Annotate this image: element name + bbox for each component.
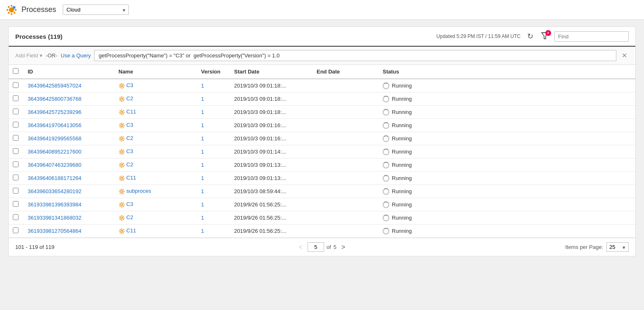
row-checkbox[interactable] <box>13 95 19 101</box>
svg-point-97 <box>123 204 124 205</box>
svg-point-105 <box>119 218 120 218</box>
svg-point-89 <box>120 189 121 190</box>
process-version-link[interactable]: 1 <box>201 96 204 102</box>
status-label: Running <box>392 149 412 155</box>
process-start-date: 2019/10/3 08:59:44:... <box>230 185 313 198</box>
use-query-button[interactable]: Use a Query <box>61 52 91 59</box>
svg-point-86 <box>121 193 122 194</box>
environment-selector[interactable]: Cloud Local Dev <box>63 5 129 15</box>
row-checkbox[interactable] <box>13 214 19 220</box>
process-name-link[interactable]: C3 <box>126 82 133 88</box>
add-field-button[interactable]: Add Field ▾ <box>15 52 43 59</box>
filter-button[interactable]: ✕ <box>540 31 550 42</box>
svg-point-21 <box>121 98 123 100</box>
process-id-link[interactable]: 364396406188171264 <box>28 175 81 181</box>
process-version-link[interactable]: 1 <box>201 188 204 194</box>
process-name-link[interactable]: C11 <box>126 175 136 181</box>
process-end-date <box>313 225 379 238</box>
table-row: 361933981270564864 C1112019/9/26 01:56:2… <box>9 225 635 238</box>
filter-clear-button[interactable]: ✕ <box>620 51 629 60</box>
row-checkbox[interactable] <box>13 175 19 180</box>
row-checkbox[interactable] <box>13 201 19 207</box>
svg-point-58 <box>121 149 122 150</box>
row-checkbox[interactable] <box>13 122 19 128</box>
process-id-link[interactable]: 364396407463239680 <box>28 162 81 168</box>
svg-point-47 <box>120 127 121 128</box>
svg-point-44 <box>120 123 121 124</box>
process-name-cell: C2 <box>114 159 197 172</box>
find-input[interactable] <box>554 31 629 42</box>
prev-page-button[interactable]: < <box>296 243 305 252</box>
row-checkbox[interactable] <box>13 161 19 167</box>
process-version-link[interactable]: 1 <box>201 109 204 115</box>
process-id-link[interactable]: 364396425800736768 <box>28 96 81 102</box>
items-per-page-select[interactable]: 10 25 50 100 <box>606 242 629 252</box>
process-version-link[interactable]: 1 <box>201 83 204 89</box>
svg-point-20 <box>120 87 121 88</box>
next-page-button[interactable]: > <box>339 243 348 252</box>
svg-point-83 <box>120 180 121 180</box>
svg-point-65 <box>120 153 121 154</box>
process-name-link[interactable]: C2 <box>126 135 133 141</box>
process-version-link[interactable]: 1 <box>201 149 204 155</box>
process-version-link[interactable]: 1 <box>201 228 204 234</box>
items-per-page-selector[interactable]: 10 25 50 100 <box>606 242 629 252</box>
svg-point-10 <box>13 6 16 9</box>
add-field-label: Add Field <box>15 52 38 59</box>
process-id-link[interactable]: 364396425725239296 <box>28 109 81 115</box>
svg-point-107 <box>120 216 121 217</box>
process-id-link[interactable]: 361933981396393984 <box>28 201 81 208</box>
process-status-cell: Running <box>379 119 635 132</box>
row-checkbox[interactable] <box>13 227 19 233</box>
row-checkbox[interactable] <box>13 135 19 141</box>
svg-point-96 <box>119 204 120 205</box>
svg-point-15 <box>119 85 120 86</box>
process-version-link[interactable]: 1 <box>201 201 204 208</box>
svg-point-35 <box>120 110 121 111</box>
process-id-link[interactable]: 364396033654280192 <box>28 188 81 194</box>
environment-select[interactable]: Cloud Local Dev <box>63 5 129 15</box>
process-id-link[interactable]: 361933981270564864 <box>28 228 81 234</box>
process-name-link[interactable]: C3 <box>126 201 133 207</box>
row-checkbox[interactable] <box>13 82 19 88</box>
process-name-link[interactable]: C2 <box>126 214 133 220</box>
process-status-cell: Running <box>379 79 635 92</box>
process-name-link[interactable]: C11 <box>126 109 136 115</box>
process-version-link[interactable]: 1 <box>201 162 204 168</box>
refresh-button[interactable]: ↻ <box>525 31 535 42</box>
svg-point-24 <box>119 99 120 99</box>
process-id-link[interactable]: 361933981341868032 <box>28 215 81 221</box>
process-version-link[interactable]: 1 <box>201 135 204 142</box>
process-name-link[interactable]: C2 <box>126 95 133 102</box>
process-name-link[interactable]: C2 <box>126 161 133 168</box>
filter-query-input[interactable] <box>94 50 616 61</box>
process-version-link[interactable]: 1 <box>201 175 204 181</box>
filter-bar: Add Field ▾ -OR- Use a Query ✕ <box>9 47 635 65</box>
select-all-checkbox[interactable] <box>13 68 19 74</box>
process-id-link[interactable]: 364396419299565568 <box>28 135 81 142</box>
svg-point-52 <box>123 138 124 139</box>
row-checkbox[interactable] <box>13 109 19 114</box>
process-id-link[interactable]: 364396425859457024 <box>28 83 81 89</box>
svg-point-98 <box>120 203 121 204</box>
process-name-link[interactable]: subproces <box>126 188 151 194</box>
svg-point-17 <box>120 84 121 85</box>
row-checkbox[interactable] <box>13 148 19 154</box>
process-version-link[interactable]: 1 <box>201 122 204 128</box>
process-id-link[interactable]: 364396408952217600 <box>28 149 81 155</box>
svg-point-12 <box>121 85 123 87</box>
current-page-input[interactable] <box>308 242 324 252</box>
process-name-link[interactable]: C11 <box>126 227 136 234</box>
svg-point-13 <box>121 83 122 84</box>
process-gear-icon <box>118 175 126 181</box>
process-version-link[interactable]: 1 <box>201 215 204 221</box>
process-name-link[interactable]: C3 <box>126 122 133 128</box>
row-checkbox[interactable] <box>13 188 19 194</box>
topbar: Processes Cloud Local Dev <box>0 0 644 20</box>
svg-point-70 <box>123 165 124 166</box>
process-name-link[interactable]: C3 <box>126 148 133 154</box>
process-gear-icon <box>118 188 126 194</box>
process-id-link[interactable]: 364396419706413056 <box>28 122 81 128</box>
table-row: 364396419299565568 C212019/10/3 09:01:16… <box>9 132 635 145</box>
status-label: Running <box>392 215 412 221</box>
